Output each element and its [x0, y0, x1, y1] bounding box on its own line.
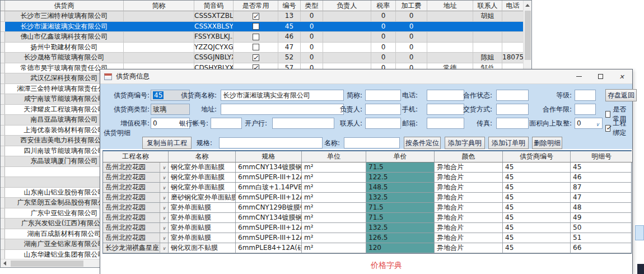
- detail-row[interactable]: 岳州北控花园 室外单面贴膜 6mmSUPER-III+12A(硅... m² 1…: [103, 223, 631, 233]
- detail-col-name[interactable]: 名称: [169, 151, 236, 162]
- horizontal-scroll-thumb[interactable]: [11, 261, 83, 267]
- project-combobox[interactable]: 岳州北控花园: [103, 223, 169, 233]
- supplier-row[interactable]: 长沙晟格节能玻璃有限公司 CSSGJNBLYXGS 52 0 0 0 陈姐 18…: [1, 53, 531, 63]
- detail-col-detail-no[interactable]: 明细号: [571, 151, 632, 162]
- col-header-contact[interactable]: 联系人: [473, 1, 502, 11]
- common-checkbox[interactable]: [253, 13, 259, 20]
- col-header-manager[interactable]: 负责人: [323, 1, 371, 11]
- col-header-id[interactable]: 编号: [278, 1, 301, 11]
- vertical-scroll-thumb[interactable]: [525, 11, 531, 60]
- add-dictionary-detail-button[interactable]: 添加字典明细: [445, 137, 485, 149]
- common-checkbox[interactable]: [253, 23, 259, 30]
- cell-detail-color: 异地合片: [435, 183, 503, 192]
- detail-row[interactable]: 岳州北控花园 磨砂钢化室外单面贴膜 6mmSUPER-III+12A(硅... …: [103, 193, 631, 203]
- project-combobox[interactable]: 岳州北控花园: [103, 173, 169, 182]
- save-return-button[interactable]: 存盘返回: [605, 89, 637, 101]
- project-value: 岳州北控花园: [103, 233, 160, 243]
- col-header-supplier[interactable]: 供货商: [5, 1, 124, 11]
- common-checkbox[interactable]: [253, 44, 259, 50]
- detail-controls: 复制当前工程 规格: 名称: 按条件定位 添加字典明细 添加订单明细 删除明细: [100, 137, 632, 150]
- dialog-titlebar[interactable]: 供货商信息: [100, 69, 632, 84]
- chevron-down-icon[interactable]: [160, 233, 168, 243]
- detail-row[interactable]: 岳州北控花园 室外单面贴膜 6mmCNY134镀膜钢化 m² 71.5 异地合片…: [103, 213, 631, 223]
- detail-col-color[interactable]: 颜色: [435, 151, 503, 162]
- detail-row[interactable]: 岳州北控花园 钢化室外单面贴膜 6mmSUPER-III+12A(硅... m²…: [103, 173, 631, 183]
- grade-input[interactable]: [575, 90, 596, 101]
- chevron-down-icon[interactable]: [160, 183, 168, 192]
- name-filter-input[interactable]: [344, 137, 400, 148]
- cell-address: [427, 53, 473, 63]
- scroll-left-icon[interactable]: [3, 261, 6, 266]
- col-header-common[interactable]: 是否常用: [234, 1, 278, 11]
- bank-account-input[interactable]: [211, 118, 242, 129]
- common-checkbox[interactable]: [253, 54, 259, 61]
- chevron-down-icon[interactable]: [160, 173, 168, 182]
- project-combobox[interactable]: 岳州北控花园: [103, 183, 169, 192]
- copy-current-project-button[interactable]: 复制当前工程: [142, 137, 192, 149]
- col-header-abbr[interactable]: 简称: [124, 1, 194, 11]
- detail-row[interactable]: 岳州北控花园 钢化室外单面贴膜 6mmCNY134镀膜钢化 m² 71.5 异地…: [103, 162, 631, 173]
- cell-detail-supplier-id: 45: [503, 193, 571, 202]
- chevron-down-icon[interactable]: [160, 213, 168, 222]
- chevron-down-icon[interactable]: [160, 243, 168, 253]
- cell-type: 0: [301, 11, 323, 21]
- cell-detail-no: 46: [571, 173, 632, 182]
- background-window-artifact: [637, 264, 644, 274]
- chevron-down-icon[interactable]: [160, 162, 168, 172]
- spec-filter-input[interactable]: [219, 137, 323, 148]
- detail-col-spec[interactable]: 规格: [236, 151, 302, 162]
- project-binding-checkbox[interactable]: 工程绑定: [605, 119, 632, 138]
- close-button[interactable]: [611, 69, 632, 83]
- detail-col-unit[interactable]: 单位: [302, 151, 366, 162]
- col-header-address[interactable]: 地址: [427, 1, 473, 11]
- supplier-row[interactable]: 扬州中勤建材有限公司 YZZQJCYXGS 47 0 0 0: [1, 43, 531, 53]
- cell-supplier: 长沙市潇湘玻璃实业有限公司: [5, 22, 124, 32]
- cell-contact: [473, 43, 502, 53]
- row-header: [1, 53, 5, 63]
- col-header-fee[interactable]: 加工费: [396, 1, 427, 11]
- detail-row[interactable]: 长沙龙湖祺鑫星座 钢化双面不贴膜 6mmPLE84+12A(硅酮胶... m² …: [103, 243, 631, 253]
- chevron-down-icon[interactable]: [160, 203, 168, 212]
- supplier-row[interactable]: 佛山市亿鑫玻璃科技有限公司 FSSYXBLKJ... 46 0 0 0: [1, 32, 531, 43]
- locate-by-condition-button[interactable]: 按条件定位: [404, 137, 441, 149]
- minimize-button[interactable]: [568, 69, 590, 83]
- project-combobox[interactable]: 岳州北控花园: [103, 203, 169, 212]
- detail-col-project[interactable]: 工程名称: [103, 151, 169, 162]
- project-combobox[interactable]: 岳州北控花园: [103, 233, 169, 243]
- chevron-down-icon[interactable]: [160, 193, 168, 202]
- detail-row[interactable]: 岳州北控花园 钢化室外单面贴膜 6mm白玻+1.14PVB+6mm... m² …: [103, 183, 631, 193]
- col-header-phone[interactable]: 电话: [502, 1, 523, 11]
- chevron-down-icon[interactable]: [160, 223, 168, 233]
- coop-status-label: 合作状态:: [441, 89, 492, 101]
- col-header-type[interactable]: 类型: [301, 1, 323, 11]
- maximize-button[interactable]: [590, 69, 611, 83]
- col-header-pinyin-code[interactable]: 简音码: [194, 1, 234, 11]
- col-header-tax[interactable]: 税率: [371, 1, 396, 11]
- supplier-row[interactable]: 长沙市潇湘玻璃实业有限公司 CSSXXBLSY... 45 0 0 0: [1, 22, 531, 32]
- add-order-detail-button[interactable]: 添加订单明细: [488, 137, 529, 149]
- supplier-row[interactable]: 长沙市三湘特种玻璃有限公司 CSSSXTZBL... 13 0 0 0 胡姐: [1, 11, 531, 22]
- delete-detail-button[interactable]: 删除明细: [532, 137, 562, 149]
- common-checkbox[interactable]: [253, 34, 259, 40]
- email-label: 邮箱:: [374, 117, 418, 129]
- cell-manager: [323, 32, 371, 42]
- area-rounding-dropdown[interactable]: 0: [575, 118, 603, 129]
- project-combobox[interactable]: 岳州北控花园: [103, 162, 169, 172]
- cell-fee: 0: [396, 22, 427, 32]
- project-combobox[interactable]: 岳州北控花园: [103, 213, 169, 222]
- detail-row[interactable]: 岳州北控花园 室外单面贴膜 6mmSUPER-III+12A(硅... m² 1…: [103, 233, 631, 243]
- cell-detail-unit: m²: [302, 233, 366, 243]
- cell-manager: [323, 43, 371, 53]
- detail-row[interactable]: 岳州北控花园 室外单面贴膜 6mmCNY129B镀膜钢化 m² 71.5 异地合…: [103, 203, 631, 213]
- project-combobox[interactable]: 岳州北控花园: [103, 193, 169, 202]
- cell-detail-unit: m²: [302, 162, 366, 172]
- cell-detail-unit: m²: [302, 173, 366, 182]
- coop-years-input[interactable]: [575, 104, 596, 115]
- detail-col-price[interactable]: 单价: [366, 151, 435, 162]
- detail-col-supplier-id[interactable]: 供货商编号: [503, 151, 571, 162]
- row-header: [1, 239, 5, 249]
- scroll-up-icon[interactable]: [525, 4, 530, 7]
- project-combobox[interactable]: 长沙龙湖祺鑫星座: [103, 243, 169, 253]
- bank-branch-label: 开户行:: [243, 117, 267, 129]
- address-label: 地址:: [161, 103, 217, 115]
